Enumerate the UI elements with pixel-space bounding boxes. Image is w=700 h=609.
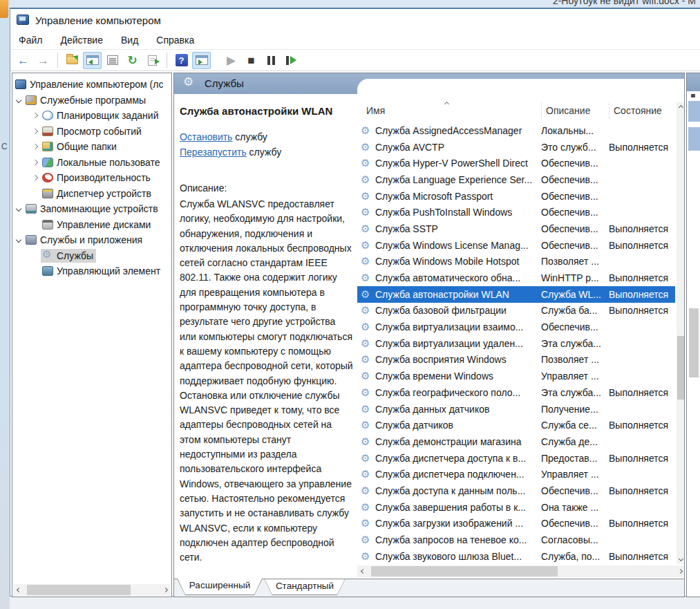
column-header-state[interactable]: Состояние <box>609 102 675 119</box>
service-row[interactable]: Служба виртуализации удален... Эта служб… <box>357 335 675 352</box>
show-action-pane-button[interactable] <box>192 52 211 69</box>
service-row[interactable]: Служба Hyper-V PowerShell Direct Обеспеч… <box>357 155 675 171</box>
service-row[interactable]: Служба AssignedAccessManager Локальны... <box>357 122 675 139</box>
menu-action[interactable]: Действие <box>60 35 103 46</box>
background-window-title[interactable]: 2-Ноутбук не видит wifi.docx - M <box>553 0 696 6</box>
service-row[interactable]: Служба SSTP Обеспечив... Выполняется <box>357 221 675 237</box>
expander-icon[interactable] <box>12 238 24 242</box>
service-row[interactable]: Служба доступа к данным поль... Обеспечи… <box>357 482 675 499</box>
service-name: Служба диспетчера доступа к в... <box>375 453 541 464</box>
stop-service-link[interactable]: Остановить <box>180 131 232 142</box>
tree-item[interactable]: Службы <box>12 248 171 264</box>
service-row[interactable]: Служба AVCTP Это служб... Выполняется <box>357 139 675 156</box>
expander-icon[interactable] <box>29 113 41 118</box>
actions-pane-thumb[interactable] <box>689 308 699 377</box>
service-row[interactable]: Служба данных датчиков Получение... <box>357 401 675 418</box>
menu-file[interactable]: Файл <box>19 35 42 46</box>
tab-extended[interactable]: Расширенный <box>177 579 263 595</box>
service-name: Служба SSTP <box>375 223 541 234</box>
tree-horizontal-scrollbar[interactable] <box>13 584 171 596</box>
actions-pane-item[interactable] <box>688 101 700 122</box>
background-bottom-strip <box>10 597 700 609</box>
tree-item[interactable]: Управление дисками <box>12 217 171 233</box>
expander-icon[interactable] <box>12 207 24 211</box>
properties-button[interactable] <box>103 52 122 69</box>
expander-icon[interactable] <box>12 98 24 102</box>
tab-standard[interactable]: Стандартный <box>264 579 346 595</box>
service-row[interactable]: Служба диспетчера доступа к в... Предост… <box>357 450 675 467</box>
expander-icon[interactable] <box>29 176 41 180</box>
help-button[interactable]: ? <box>172 52 191 69</box>
restart-service-link[interactable]: Перезапустить <box>180 147 247 158</box>
service-row[interactable]: Служба PushToInstall Windows Обеспечив..… <box>357 204 675 221</box>
start-service-button[interactable]: ▶ <box>222 52 240 69</box>
scroll-right-icon[interactable] <box>674 565 685 577</box>
service-gear-icon <box>357 517 375 530</box>
tree-item[interactable]: Просмотр событий <box>12 124 171 140</box>
scroll-up-icon[interactable] <box>677 102 685 113</box>
service-name: Служба Hyper-V PowerShell Direct <box>375 158 541 169</box>
tree-item[interactable]: Служебные программы <box>12 93 171 109</box>
tree-item[interactable]: Общие папки <box>12 139 171 155</box>
service-description: Служба, по... <box>541 551 609 562</box>
service-row[interactable]: Служба загрузки изображений ... Обеспечи… <box>357 516 675 532</box>
tree-item-label: Производительность <box>57 172 151 183</box>
tree-item[interactable]: Службы и приложения <box>12 232 171 248</box>
expander-icon[interactable] <box>29 144 41 149</box>
pause-service-button[interactable] <box>262 52 281 69</box>
menu-view[interactable]: Вид <box>121 35 138 46</box>
service-row[interactable]: Служба запросов на теневое ко... Согласо… <box>357 532 675 548</box>
scrollbar-thumb[interactable] <box>371 566 558 577</box>
service-row[interactable]: Служба географического поло... Эта служб… <box>357 384 675 401</box>
tree-item[interactable]: Управляющий элемент <box>12 263 171 279</box>
service-row[interactable]: Служба демонстрации магазина Служба де..… <box>357 433 675 450</box>
service-row[interactable]: Служба автонастройки WLAN Служба WL... В… <box>357 286 675 303</box>
tree-item[interactable]: Диспетчер устройств <box>12 186 171 202</box>
service-row[interactable]: Служба базовой фильтрации Служба ба... В… <box>357 303 675 319</box>
service-row[interactable]: Служба виртуализации взаимо... Обеспечив… <box>357 319 675 335</box>
refresh-button[interactable]: ↻ <box>123 52 142 69</box>
service-row[interactable]: Служба автоматического обна... WinHTTP p… <box>357 270 675 286</box>
service-row[interactable]: Служба диспетчера подключен... Управляет… <box>357 466 675 482</box>
scrollbar-thumb[interactable] <box>27 585 131 595</box>
back-button[interactable]: ← <box>14 52 32 69</box>
service-row[interactable]: Служба завершения работы в к... Она такж… <box>357 499 675 516</box>
scroll-down-icon[interactable] <box>677 554 685 564</box>
up-level-button[interactable] <box>63 52 82 69</box>
show-console-tree-button[interactable] <box>83 52 102 69</box>
forward-button[interactable]: → <box>34 52 53 69</box>
tree-item[interactable]: Управление компьютером (лс <box>12 77 171 93</box>
expander-icon[interactable] <box>29 129 41 133</box>
service-gear-icon <box>357 174 375 186</box>
scroll-left-icon[interactable] <box>13 584 24 596</box>
tree-item[interactable]: Планировщик заданий <box>12 108 171 124</box>
service-row[interactable]: Служба восприятия Windows Позволяет ... <box>357 352 675 368</box>
tree-item[interactable]: Запоминающие устройств <box>12 201 171 217</box>
background-word-window[interactable]: 2-Ноутбук не видит wifi.docx - M <box>10 0 700 8</box>
service-name: Служба запросов на теневое ко... <box>375 534 541 545</box>
service-description: Обеспечив... <box>541 158 609 169</box>
service-row[interactable]: Служба Microsoft Passport Обеспечив... <box>357 188 675 205</box>
service-row[interactable]: Служба Windows Mobile Hotspot Позволяет … <box>357 254 675 270</box>
menu-help[interactable]: Справка <box>156 35 194 46</box>
scroll-left-icon[interactable] <box>357 565 368 577</box>
expander-icon[interactable] <box>29 160 41 165</box>
restart-service-button[interactable] <box>282 52 301 69</box>
tree-item[interactable]: Локальные пользовате <box>12 155 171 171</box>
list-horizontal-scrollbar[interactable] <box>357 565 685 577</box>
title-bar[interactable]: Управление компьютером <box>10 9 700 31</box>
column-header-description[interactable]: Описание <box>541 102 609 119</box>
service-row[interactable]: Служба Windows License Manag... Обеспечи… <box>357 237 675 254</box>
export-list-button[interactable] <box>143 52 162 69</box>
scroll-right-icon[interactable] <box>160 584 171 596</box>
service-row[interactable]: Служба Language Experience Ser... Обеспе… <box>357 171 675 188</box>
stop-service-button[interactable]: ■ <box>242 52 261 69</box>
actions-pane-item[interactable] <box>688 127 700 151</box>
column-header-name[interactable]: Имя <box>357 105 541 116</box>
scrollbar-thumb[interactable] <box>677 336 685 400</box>
service-row[interactable]: Служба звукового шлюза Bluet... Служба, … <box>357 548 675 565</box>
list-vertical-scrollbar[interactable] <box>677 102 685 564</box>
tree-item[interactable]: Производительность <box>12 170 171 186</box>
service-row[interactable]: Служба датчиков Служба се... Выполняется <box>357 417 675 433</box>
service-row[interactable]: Служба времени Windows Управляет ... <box>357 368 675 384</box>
